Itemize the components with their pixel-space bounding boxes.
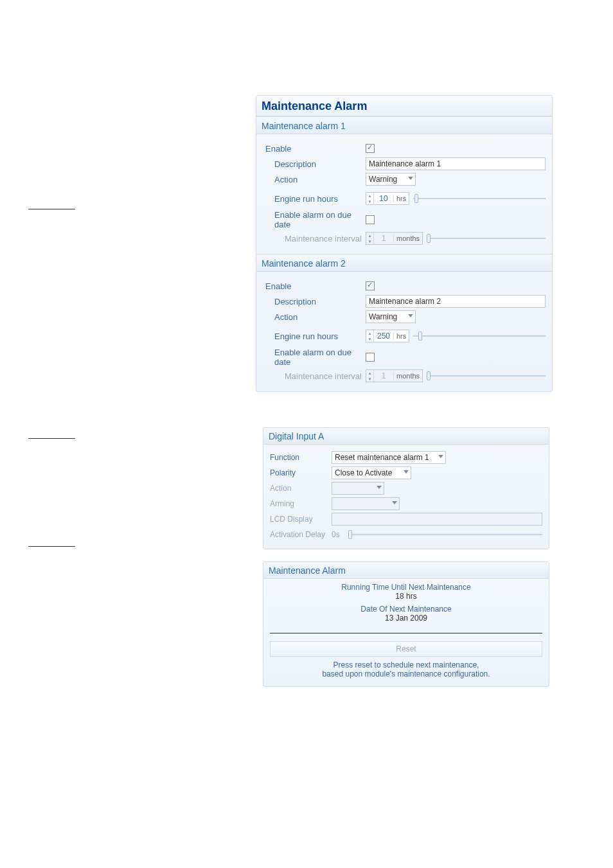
di-polarity-dropdown[interactable]: Close to Activate — [332, 466, 411, 479]
alarm1-runhours-spinner[interactable]: ▲▼ 10 hrs — [366, 192, 409, 205]
alarm2-runhours-unit: hrs — [393, 332, 409, 340]
alarm1-interval-slider — [427, 232, 546, 245]
alarm1-interval-spinner: ▲▼ 1 months — [366, 232, 423, 245]
alarm2-runhours-label: Engine run hours — [263, 332, 366, 341]
di-lcd-label: LCD Display — [270, 515, 332, 524]
alarm1-runhours-unit: hrs — [393, 195, 409, 202]
maintenance-alarm-status-panel: Maintenance Alarm Running Time Until Nex… — [263, 562, 549, 687]
alarm2-interval-label: Maintenance interval — [263, 371, 366, 381]
alarm2-action-dropdown[interactable]: Warning — [366, 310, 416, 323]
alarm1-runhours-label: Engine run hours — [263, 194, 366, 204]
di-function-value: Reset maintenance alarm 1 — [332, 453, 441, 462]
di-arming-dropdown — [332, 497, 400, 510]
chevron-down-icon — [408, 314, 413, 317]
left-marker-3 — [28, 546, 75, 547]
alarm1-runhours-value: 10 — [374, 194, 393, 203]
chevron-down-icon — [404, 470, 409, 474]
digital-input-header: Digital Input A — [263, 428, 549, 445]
next-date-value: 13 Jan 2009 — [266, 614, 546, 623]
alarm2-header: Maintenance alarm 2 — [256, 254, 552, 272]
alarm2-enable-checkbox[interactable] — [366, 281, 375, 290]
alarm1-enable-label: Enable — [263, 144, 366, 154]
alarm2-enable-label: Enable — [263, 281, 366, 291]
reset-help-line2: based upon module's maintenance configur… — [266, 669, 546, 678]
di-action-label: Action — [270, 484, 332, 493]
di-polarity-label: Polarity — [270, 468, 332, 477]
alarm1-runhours-slider[interactable] — [413, 192, 546, 205]
alarm2-action-label: Action — [263, 312, 366, 322]
alarm1-action-label: Action — [263, 175, 366, 184]
alarm1-enable-checkbox[interactable] — [366, 144, 375, 153]
alarm2-duedate-checkbox[interactable] — [366, 353, 375, 362]
running-time-value: 18 hrs — [266, 592, 546, 601]
left-marker-1 — [28, 209, 75, 209]
di-action-dropdown — [332, 482, 384, 495]
reset-help-line1: Press reset to schedule next maintenance… — [266, 660, 546, 669]
alarm1-interval-unit: months — [393, 235, 422, 242]
di-delay-label: Activation Delay — [270, 530, 332, 539]
alarm1-action-value: Warning — [366, 175, 409, 184]
alarm2-interval-spinner: ▲▼ 1 months — [366, 369, 423, 382]
alarm2-action-value: Warning — [366, 312, 409, 321]
chevron-down-icon — [377, 486, 382, 489]
next-date-label: Date Of Next Maintenance — [266, 605, 546, 614]
alarm1-interval-label: Maintenance interval — [263, 234, 366, 244]
alarm1-header: Maintenance alarm 1 — [256, 116, 552, 134]
alarm1-action-dropdown[interactable]: Warning — [366, 173, 416, 186]
alarm2-description-input[interactable] — [366, 295, 546, 308]
alarm1-duedate-label: Enable alarm on due date — [263, 210, 366, 229]
alarm1-description-input[interactable] — [366, 157, 546, 170]
chevron-down-icon — [438, 455, 443, 458]
di-function-label: Function — [270, 453, 332, 462]
alarm2-interval-unit: months — [393, 372, 422, 380]
alarm1-section: Maintenance alarm 1 Enable Description A… — [256, 116, 552, 254]
panel-title: Maintenance Alarm — [256, 96, 552, 116]
chevron-down-icon — [392, 501, 397, 504]
di-arming-label: Arming — [270, 499, 332, 508]
di-lcd-input — [332, 513, 542, 526]
reset-button[interactable]: Reset — [270, 641, 542, 657]
maintenance-alarm-config-panel: Maintenance Alarm Maintenance alarm 1 En… — [256, 95, 553, 392]
alarm2-interval-value: 1 — [374, 371, 393, 380]
alarm2-runhours-value: 250 — [374, 332, 393, 341]
digital-input-a-panel: Digital Input A Function Reset maintenan… — [263, 427, 549, 549]
di-polarity-value: Close to Activate — [332, 468, 404, 477]
di-function-dropdown[interactable]: Reset maintenance alarm 1 — [332, 451, 446, 464]
alarm2-description-label: Description — [263, 297, 366, 306]
left-marker-2 — [28, 438, 75, 439]
status-header: Maintenance Alarm — [263, 562, 549, 579]
alarm2-duedate-label: Enable alarm on due date — [263, 348, 366, 367]
alarm2-section: Maintenance alarm 2 Enable Description A… — [256, 254, 552, 391]
alarm2-runhours-spinner[interactable]: ▲▼ 250 hrs — [366, 330, 409, 342]
chevron-down-icon — [408, 177, 413, 180]
reset-label: Reset — [396, 644, 416, 653]
alarm1-duedate-checkbox[interactable] — [366, 215, 375, 224]
di-delay-slider — [348, 528, 542, 541]
alarm1-description-label: Description — [263, 159, 366, 169]
alarm1-interval-value: 1 — [374, 234, 393, 243]
divider — [270, 633, 542, 633]
alarm2-runhours-slider[interactable] — [413, 330, 546, 342]
di-delay-value: 0s — [332, 530, 344, 539]
alarm2-interval-slider — [427, 369, 546, 382]
running-time-label: Running Time Until Next Maintenance — [266, 583, 546, 592]
